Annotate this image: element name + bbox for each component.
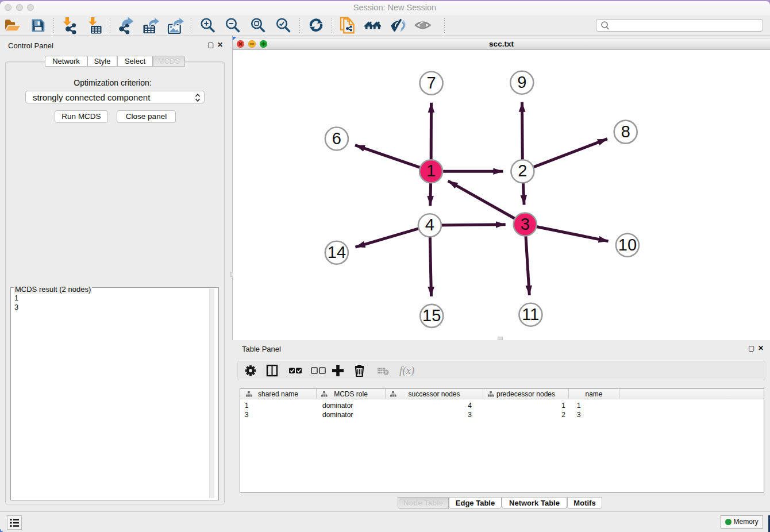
svg-text:8: 8: [621, 122, 630, 141]
svg-text:15: 15: [422, 306, 441, 325]
svg-text:6: 6: [332, 129, 341, 148]
svg-text:11: 11: [522, 305, 539, 323]
svg-text:10: 10: [618, 236, 637, 254]
svg-text:14: 14: [328, 243, 346, 261]
svg-text:2: 2: [518, 161, 527, 180]
svg-text:9: 9: [517, 73, 526, 91]
svg-text:7: 7: [427, 74, 436, 92]
svg-text:4: 4: [425, 215, 434, 234]
svg-text:3: 3: [521, 215, 530, 233]
svg-text:f(x): f(x): [399, 364, 414, 377]
svg-text:1: 1: [426, 161, 436, 180]
